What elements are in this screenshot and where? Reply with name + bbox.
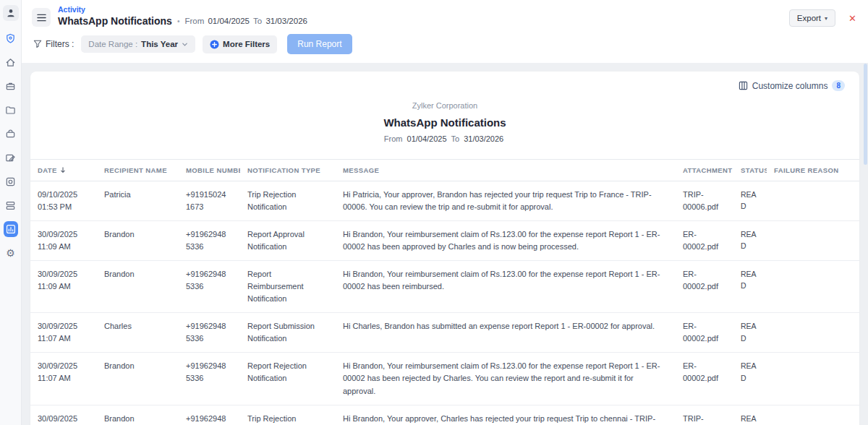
advances-icon[interactable]	[4, 174, 18, 189]
cell-attachment[interactable]: TRIP-00001.pdf	[676, 405, 733, 425]
sidebar-nav: ⚙	[4, 31, 18, 260]
col-header-mobile[interactable]: Mobile Number	[179, 160, 240, 181]
header-from-date: 01/04/2025	[206, 17, 251, 25]
cell-type: Trip Rejection Notification	[240, 405, 336, 425]
cell-date: 30/09/202511:09 AM	[30, 261, 97, 313]
cell-status: READ	[733, 221, 767, 261]
cell-failure	[767, 221, 859, 261]
table-row[interactable]: 30/09/202511:07 AM Charles +919629485336…	[30, 313, 859, 353]
columns-count-badge: 8	[832, 80, 845, 91]
title-separator: •	[177, 17, 180, 25]
cell-recipient: Patricia	[97, 181, 179, 221]
cell-message: Hi Brandon, Your approver, Charles has r…	[336, 405, 676, 425]
sort-desc-icon	[60, 167, 66, 173]
cell-attachment[interactable]: ER-00002.pdf	[676, 353, 733, 405]
cell-mobile: +919150241673	[179, 181, 240, 221]
cell-status: READ	[733, 405, 767, 425]
filters-row: Filters : Date Range : This Year More Fi…	[22, 28, 868, 63]
cell-type: Report Submission Notification	[240, 313, 336, 353]
table-row[interactable]: 30/09/202511:09 AM Brandon +919629485336…	[30, 261, 859, 313]
page-title: WhatsApp Notifications	[58, 15, 172, 27]
col-header-status[interactable]: Status	[733, 160, 767, 181]
cell-attachment[interactable]: ER-00002.pdf	[676, 261, 733, 313]
col-header-failure[interactable]: Failure Reason	[767, 160, 859, 181]
analytics-icon[interactable]	[4, 222, 18, 236]
admin-badge-icon[interactable]	[4, 31, 18, 46]
settings-icon[interactable]: ⚙	[4, 246, 18, 260]
table-row[interactable]: 30/09/202511:07 AM Brandon +919629485336…	[30, 353, 859, 405]
cell-type: Report Reimbursement Notification	[240, 261, 336, 313]
cell-status: READ	[733, 313, 767, 353]
table-body: 09/10/202501:53 PM Patricia +91915024167…	[30, 181, 859, 425]
cell-attachment[interactable]: ER-00002.pdf	[676, 313, 733, 353]
table-row[interactable]: 30/09/202511:06 AM Brandon +919629485336…	[30, 405, 859, 425]
report-header: Zylker Corporation WhatsApp Notification…	[30, 101, 859, 143]
cell-mobile: +919629485336	[179, 221, 240, 261]
cell-failure	[767, 313, 859, 353]
topbar: Activity WhatsApp Notifications • From 0…	[22, 0, 868, 28]
col-header-recipient[interactable]: Recipient Name	[97, 160, 179, 181]
report-to-date: 31/03/2026	[461, 134, 506, 143]
col-header-attachment[interactable]: Attachment	[676, 160, 733, 181]
cell-attachment[interactable]: TRIP-00006.pdf	[676, 181, 733, 221]
card-edit-icon[interactable]	[4, 150, 18, 165]
cell-date: 30/09/202511:07 AM	[30, 313, 97, 353]
org-name: Zylker Corporation	[30, 101, 859, 110]
cell-message: Hi Charles, Brandon has submitted an exp…	[336, 313, 676, 353]
cell-type: Report Approval Notification	[240, 221, 336, 261]
export-button[interactable]: Export ▾	[789, 9, 835, 27]
col-header-message[interactable]: Message	[336, 160, 676, 181]
report-title: WhatsApp Notifications	[30, 116, 859, 129]
table-row[interactable]: 09/10/202501:53 PM Patricia +91915024167…	[30, 181, 859, 221]
cell-failure	[767, 353, 859, 405]
plus-circle-icon	[210, 40, 219, 49]
chevron-down-icon	[182, 41, 188, 48]
cell-status: READ	[733, 181, 767, 221]
caret-down-icon: ▾	[825, 15, 827, 22]
trips-icon[interactable]	[4, 79, 18, 93]
table-header-row: Date Recipient Name Mobile Number Notifi…	[30, 160, 859, 181]
folder-icon[interactable]	[4, 103, 18, 117]
main-area: Activity WhatsApp Notifications • From 0…	[22, 0, 868, 425]
cell-mobile: +919629485336	[179, 313, 240, 353]
cell-mobile: +919629485336	[179, 261, 240, 313]
filter-funnel-icon	[33, 40, 42, 48]
date-range-value: This Year	[141, 40, 178, 48]
home-icon[interactable]	[4, 55, 18, 69]
section-label: Activity	[58, 5, 309, 14]
hamburger-icon	[37, 14, 46, 22]
documents-icon[interactable]	[4, 198, 18, 212]
user-icon[interactable]	[3, 5, 19, 21]
wallet-icon[interactable]	[4, 126, 18, 141]
cell-date: 30/09/202511:09 AM	[30, 221, 97, 261]
close-button[interactable]: ✕	[848, 14, 856, 23]
cell-message: Hi Brandon, Your reimbursement claim of …	[336, 353, 676, 405]
table-row[interactable]: 30/09/202511:09 AM Brandon +919629485336…	[30, 221, 859, 261]
content-area: Customize columns 8 Zylker Corporation W…	[22, 63, 868, 425]
report-from-date: 01/04/2025	[405, 134, 449, 143]
cell-failure	[767, 261, 859, 313]
col-header-date[interactable]: Date	[30, 160, 97, 181]
cell-message: Hi Brandon, Your reimbursement claim of …	[336, 261, 676, 313]
header-date-range: From 01/04/2025 To 31/03/2026	[184, 17, 309, 25]
columns-icon	[739, 81, 748, 90]
cell-recipient: Brandon	[97, 261, 179, 313]
hamburger-menu-button[interactable]	[32, 8, 51, 27]
report-date-range: From 01/04/2025 To 31/03/2026	[30, 134, 859, 143]
cell-message: Hi Brandon, Your reimbursement claim of …	[336, 221, 676, 261]
header-to-date: 31/03/2026	[264, 17, 309, 25]
cell-status: READ	[733, 261, 767, 313]
scrollbar-thumb[interactable]	[864, 64, 867, 165]
cell-date: 30/09/202511:06 AM	[30, 405, 97, 425]
col-header-type[interactable]: Notification Type	[240, 160, 336, 181]
cell-type: Report Rejection Notification	[240, 353, 336, 405]
customize-columns-button[interactable]: Customize columns 8	[739, 80, 845, 91]
filters-label: Filters :	[33, 39, 74, 49]
more-filters-button[interactable]: More Filters	[203, 35, 277, 53]
cell-recipient: Brandon	[97, 353, 179, 405]
cell-attachment[interactable]: ER-00002.pdf	[676, 221, 733, 261]
cell-type: Trip Rejection Notification	[240, 181, 336, 221]
date-range-chip[interactable]: Date Range : This Year	[81, 35, 195, 53]
cell-recipient: Brandon	[97, 405, 179, 425]
run-report-button[interactable]: Run Report	[287, 34, 352, 54]
